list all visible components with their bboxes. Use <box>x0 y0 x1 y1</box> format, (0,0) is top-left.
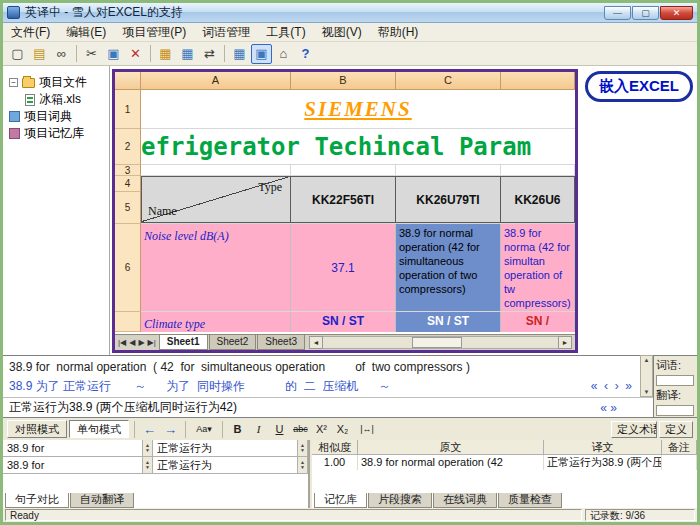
row-header-7[interactable] <box>115 312 141 332</box>
cell-type-name-diagonal[interactable]: Type Name <box>141 176 291 223</box>
define-term-button[interactable]: 定义术语 <box>611 421 657 438</box>
menu-tools[interactable]: 工具(T) <box>258 23 313 42</box>
cell-climate-d[interactable]: SN / <box>501 312 575 332</box>
tree-item-project-memory[interactable]: 项目记忆库 <box>3 125 109 142</box>
cell-climate-b[interactable]: SN / ST <box>291 312 396 332</box>
help-icon[interactable]: ? <box>295 44 316 64</box>
header-source[interactable]: 原文 <box>358 440 544 455</box>
tab-quality-check[interactable]: 质量检查 <box>498 493 562 508</box>
tab-sentence-compare[interactable]: 句子对比 <box>5 493 69 508</box>
tree-item-project-dictionary[interactable]: 项目词典 <box>3 108 109 125</box>
cell-noise-d[interactable]: 38.9 for norma (42 for simultan operatio… <box>501 224 575 311</box>
bold-icon[interactable]: B <box>228 420 247 438</box>
column-header-d[interactable] <box>501 72 575 90</box>
row-header-5[interactable]: 5 <box>115 192 141 224</box>
sheet-first-icon[interactable]: |◀ <box>118 338 126 347</box>
menu-project[interactable]: 项目管理(P) <box>114 23 194 42</box>
minimize-button[interactable]: — <box>604 6 631 20</box>
dictionary-icon[interactable]: ▦ <box>155 44 176 64</box>
row-header-2[interactable]: 2 <box>115 129 141 165</box>
alignment-nav-icons[interactable]: « ‹ › » <box>591 379 632 393</box>
row-header-3[interactable]: 3 <box>115 165 141 176</box>
sheet-tab-2[interactable]: Sheet2 <box>209 335 257 350</box>
open-icon[interactable]: ▤ <box>29 44 50 64</box>
row-header-1[interactable]: 1 <box>115 90 141 129</box>
editor-nav-icons[interactable]: « » <box>600 401 617 415</box>
fit-width-icon[interactable]: |↔| <box>354 420 380 438</box>
superscript-icon[interactable]: X² <box>312 420 331 438</box>
scroll-thumb[interactable] <box>412 337 462 348</box>
prev-segment-icon[interactable]: ← <box>140 420 159 438</box>
maximize-button[interactable]: ▢ <box>632 6 659 20</box>
find-icon[interactable]: ∞ <box>51 44 72 64</box>
italic-icon[interactable]: I <box>249 420 268 438</box>
column-header-c[interactable]: C <box>396 72 501 90</box>
row-header-4[interactable]: 4 <box>115 176 141 192</box>
scroll-up-icon[interactable]: ▲ <box>644 356 650 364</box>
row-header-6[interactable]: 6 <box>115 224 141 312</box>
compare-source-cell[interactable]: 38.9 for ▲▼ <box>3 457 153 473</box>
spinner[interactable]: ▲▼ <box>142 440 152 456</box>
tree-item-project-files[interactable]: − 项目文件 <box>3 74 109 91</box>
menu-file[interactable]: 文件(F) <box>3 23 58 42</box>
column-header-a[interactable]: A <box>141 72 291 90</box>
cell-doc-title[interactable]: efrigerator Techincal Param <box>141 133 531 161</box>
cell-model-3[interactable]: KK26U6 <box>501 176 575 223</box>
header-note[interactable]: 备注 <box>662 440 697 455</box>
close-button[interactable]: ✕ <box>660 6 693 20</box>
spinner[interactable]: ▲▼ <box>142 457 152 473</box>
copy-icon[interactable]: ▣ <box>103 44 124 64</box>
cell-noise-label[interactable]: Noise level dB(A) <box>141 224 291 311</box>
sheet-tab-1[interactable]: Sheet1 <box>159 335 208 350</box>
font-picker-icon[interactable]: Aa▾ <box>191 420 217 438</box>
menu-terms[interactable]: 词语管理 <box>194 23 258 42</box>
column-header-b[interactable]: B <box>291 72 396 90</box>
cell-model-2[interactable]: KK26U79TI <box>396 176 501 223</box>
translation-text[interactable]: 正常运行为38.9 (两个压缩机同时运行为42) <box>9 399 600 416</box>
cut-icon[interactable]: ✂ <box>81 44 102 64</box>
excel-select-all-corner[interactable] <box>115 72 141 90</box>
sheet-next-icon[interactable]: ▶ <box>138 338 144 347</box>
compare-target-cell[interactable]: 正常运行为 ▲▼ <box>153 457 308 473</box>
new-icon[interactable]: ▢ <box>7 44 28 64</box>
memory-row[interactable]: 1.00 38.9 for normal operation (42 正常运行为… <box>312 455 697 470</box>
header-similarity[interactable]: 相似度 <box>312 440 358 455</box>
underline-icon[interactable]: U <box>270 420 289 438</box>
define-more-button[interactable]: 定义 <box>659 421 693 438</box>
delete-icon[interactable]: ✕ <box>125 44 146 64</box>
cell-climate-c-selected[interactable]: SN / ST <box>396 312 501 332</box>
scroll-right-icon[interactable]: ► <box>558 336 572 349</box>
sheet-tab-3[interactable]: Sheet3 <box>257 335 305 350</box>
translation-editor[interactable]: 正常运行为38.9 (两个压缩机同时运行为42) « » <box>3 397 653 417</box>
compare-target-cell[interactable]: 正常运行为 ▲▼ <box>153 440 308 456</box>
menu-edit[interactable]: 编辑(E) <box>58 23 114 42</box>
tab-online-dictionary[interactable]: 在线词典 <box>433 493 497 508</box>
embed-excel-view-icon[interactable]: ▣ <box>251 44 272 64</box>
cell-model-1[interactable]: KK22F56TI <box>291 176 396 223</box>
sheet-prev-icon[interactable]: ◀ <box>129 338 135 347</box>
spinner[interactable]: ▲▼ <box>297 457 307 473</box>
scroll-track[interactable] <box>323 336 558 349</box>
tab-auto-translate[interactable]: 自动翻译 <box>70 493 134 508</box>
cell-noise-c-selected[interactable]: 38.9 for normal operation (42 for simult… <box>396 224 501 311</box>
swap-icon[interactable]: ⇄ <box>199 44 220 64</box>
spinner[interactable]: ▲▼ <box>297 440 307 456</box>
cell-brand[interactable]: SIEMENS <box>304 97 411 122</box>
cell-climate-label[interactable]: Climate type <box>141 312 291 332</box>
memory-icon[interactable]: ▦ <box>177 44 198 64</box>
tab-memory[interactable]: 记忆库 <box>314 493 367 508</box>
tree-item-excel-file[interactable]: 冰箱.xls <box>3 91 109 108</box>
grid-icon[interactable]: ▦ <box>229 44 250 64</box>
alignment-scrollbar[interactable]: ▲ ▼ <box>640 355 653 397</box>
compare-mode-button[interactable]: 对照模式 <box>7 420 67 438</box>
header-target[interactable]: 译文 <box>544 440 662 455</box>
horizontal-scrollbar[interactable]: ◄ ► <box>309 336 572 349</box>
strikethrough-icon[interactable]: abc <box>291 420 310 438</box>
compare-source-cell[interactable]: 38.9 for ▲▼ <box>3 440 153 456</box>
sheet-last-icon[interactable]: ▶| <box>148 338 156 347</box>
menu-view[interactable]: 视图(V) <box>314 23 370 42</box>
subscript-icon[interactable]: X₂ <box>333 420 352 438</box>
single-sentence-mode-button[interactable]: 单句模式 <box>69 420 129 438</box>
next-segment-icon[interactable]: → <box>161 420 180 438</box>
menu-help[interactable]: 帮助(H) <box>370 23 427 42</box>
